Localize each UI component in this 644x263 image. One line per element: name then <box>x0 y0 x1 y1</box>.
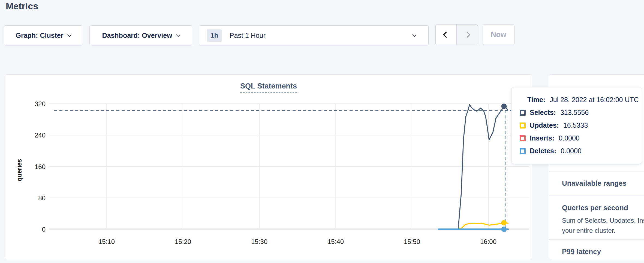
time-range-badge: 1h <box>207 29 222 42</box>
y-tick-label: 160 <box>35 163 46 170</box>
tooltip-row-updates: Updates: 16.5333 <box>520 122 642 129</box>
y-tick-label: 0 <box>42 226 46 233</box>
x-tick-label: 15:30 <box>251 238 267 245</box>
x-tick-label: 15:20 <box>175 238 191 245</box>
previous-timeframe-button[interactable] <box>436 25 457 45</box>
time-range-label: Past 1 Hour <box>230 32 266 39</box>
sidebar-heading: Unavailable ranges <box>562 179 644 188</box>
updates-legend-icon <box>520 123 526 129</box>
chart-hover-tooltip: Time: Jul 28, 2022 at 16:02:00 UTC Selec… <box>511 87 642 164</box>
sidebar-heading: Queries per second <box>562 204 644 212</box>
series-line-updates <box>440 223 508 229</box>
tooltip-row-selects: Selects: 313.5556 <box>520 109 642 116</box>
x-tick-label: 15:50 <box>404 238 420 245</box>
next-timeframe-button[interactable] <box>457 25 478 45</box>
chevron-down-icon <box>67 32 71 37</box>
tooltip-row-inserts: Inserts: 0.0000 <box>520 134 642 142</box>
y-tick-label: 320 <box>35 100 46 108</box>
sidebar-section-p99-latency: P99 latency <box>549 239 644 260</box>
chart-title-wrap: SQL Statements <box>5 82 532 93</box>
inserts-legend-icon <box>520 135 526 141</box>
dashboard-dropdown[interactable]: Dashboard: Overview <box>89 25 192 45</box>
sql-statements-chart[interactable]: 08016024032015:1015:2015:3015:4015:5016:… <box>5 75 532 260</box>
graph-scope-dropdown-label: Graph: Cluster <box>16 32 63 39</box>
sidebar-description: Sum of Selects, Updates, Inser your enti… <box>562 215 644 236</box>
y-tick-label: 80 <box>38 194 46 202</box>
selects-legend-icon <box>520 110 526 116</box>
x-tick-label: 15:10 <box>98 238 115 245</box>
hover-marker-selects <box>501 103 507 109</box>
tooltip-time-value: Jul 28, 2022 at 16:02:00 UTC <box>550 96 639 104</box>
deletes-legend-icon <box>520 148 526 154</box>
sidebar-heading: P99 latency <box>562 247 644 256</box>
x-tick-label: 16:00 <box>480 238 496 245</box>
dashboard-dropdown-label: Dashboard: Overview <box>102 32 172 39</box>
chevron-left-icon <box>443 31 449 38</box>
page-title: Metrics <box>6 1 38 11</box>
tooltip-time-label: Time: <box>527 96 545 104</box>
chevron-down-icon <box>176 32 180 37</box>
series-line-selects <box>440 105 508 229</box>
graph-scope-dropdown[interactable]: Graph: Cluster <box>4 25 82 45</box>
chevron-right-icon <box>464 31 470 38</box>
y-axis-label: queries <box>16 154 23 186</box>
now-button[interactable]: Now <box>483 24 514 45</box>
hover-marker-deletes <box>501 227 507 232</box>
sidebar-section-queries-per-second: Queries per second Sum of Selects, Updat… <box>549 195 644 239</box>
sidebar-section-unavailable-ranges: Unavailable ranges <box>549 171 644 195</box>
x-tick-label: 15:40 <box>327 238 344 245</box>
tooltip-time-row: Time: Jul 28, 2022 at 16:02:00 UTC <box>520 96 642 103</box>
time-range-dropdown[interactable]: 1h Past 1 Hour <box>199 25 429 45</box>
hover-marker-updates <box>501 220 507 225</box>
tooltip-row-deletes: Deletes: 0.0000 <box>520 147 642 155</box>
chevron-down-icon <box>412 32 417 37</box>
metrics-page: Metrics Graph: Cluster Dashboard: Overvi… <box>0 0 644 263</box>
chart-title[interactable]: SQL Statements <box>240 82 297 93</box>
y-tick-label: 240 <box>35 132 46 139</box>
sql-statements-chart-card: 08016024032015:1015:2015:3015:4015:5016:… <box>5 74 532 260</box>
time-pager <box>435 24 478 45</box>
